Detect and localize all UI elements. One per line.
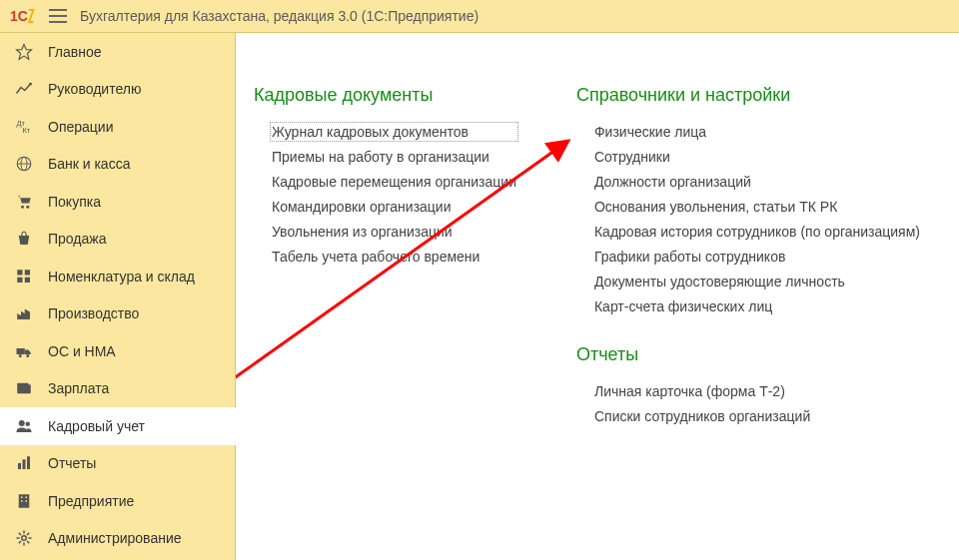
link-hr-history[interactable]: Кадровая история сотрудников (по организ… xyxy=(594,224,920,240)
sidebar-item-salary[interactable]: Зарплата xyxy=(0,370,235,408)
main-area: Главное Руководителю ДтКт Операции Банк … xyxy=(0,33,959,560)
sidebar-item-operations[interactable]: ДтКт Операции xyxy=(0,108,235,146)
link-schedules[interactable]: Графики работы сотрудников xyxy=(594,249,920,265)
svg-point-13 xyxy=(26,206,29,209)
col-hr-docs: Кадровые документы Журнал кадровых докум… xyxy=(254,85,516,424)
app-title: Бухгалтерия для Казахстана, редакция 3.0… xyxy=(80,8,479,24)
sidebar-item-bank[interactable]: Банк и касса xyxy=(0,146,235,184)
sidebar: Главное Руководителю ДтКт Операции Банк … xyxy=(0,33,236,560)
svg-rect-26 xyxy=(23,460,26,470)
sidebar-item-label: Покупка xyxy=(48,194,221,210)
globe-icon xyxy=(14,154,34,174)
sidebar-item-main[interactable]: Главное xyxy=(0,33,235,71)
link-positions[interactable]: Должности организаций xyxy=(594,174,920,190)
content-panel: Кадровые документы Журнал кадровых докум… xyxy=(236,33,959,560)
content-columns: Кадровые документы Журнал кадровых докум… xyxy=(254,85,941,424)
sidebar-item-label: Банк и касса xyxy=(48,156,221,172)
sidebar-item-admin[interactable]: Администрирование xyxy=(0,520,235,558)
svg-point-33 xyxy=(22,536,27,541)
bar-chart-icon xyxy=(14,453,34,473)
sidebar-item-label: Номенклатура и склад xyxy=(48,269,221,284)
svg-rect-18 xyxy=(17,348,25,354)
link-dismissal-reasons[interactable]: Основания увольнения, статьи ТК РК xyxy=(594,199,920,215)
link-card-accounts[interactable]: Карт-счета физических лиц xyxy=(594,298,920,314)
sidebar-item-label: Операции xyxy=(48,119,221,135)
factory-icon xyxy=(14,303,34,323)
link-individuals[interactable]: Физические лица xyxy=(594,124,920,140)
svg-rect-15 xyxy=(25,270,30,275)
sidebar-item-label: Предприятие xyxy=(48,493,221,509)
sidebar-item-label: ОС и НМА xyxy=(48,343,221,359)
sidebar-item-hr[interactable]: Кадровый учет xyxy=(0,407,236,445)
col-references: Справочники и настройки Физические лица … xyxy=(576,85,920,424)
svg-text:Кт: Кт xyxy=(23,126,31,135)
wallet-icon xyxy=(14,378,34,398)
sidebar-item-label: Продажа xyxy=(48,231,221,247)
link-dismissals[interactable]: Увольнения из организаций xyxy=(272,224,516,240)
svg-marker-5 xyxy=(17,44,32,59)
links-reports: Личная карточка (форма Т-2) Списки сотру… xyxy=(576,383,920,424)
link-trips[interactable]: Командировки организации xyxy=(272,199,516,215)
titlebar: 1 С Бухгалтерия для Казахстана, редакция… xyxy=(0,0,959,33)
star-icon xyxy=(14,42,34,62)
link-personal-card[interactable]: Личная карточка (форма Т-2) xyxy=(594,383,920,399)
link-employees[interactable]: Сотрудники xyxy=(594,149,920,165)
section-title-hr-docs[interactable]: Кадровые документы xyxy=(254,85,516,106)
sidebar-item-label: Зарплата xyxy=(48,380,221,396)
bag-icon xyxy=(14,229,34,249)
svg-rect-28 xyxy=(19,494,30,508)
links-hr-docs: Журнал кадровых документов Приемы на раб… xyxy=(254,124,516,265)
sidebar-item-production[interactable]: Производство xyxy=(0,295,235,333)
svg-rect-30 xyxy=(26,496,28,498)
sidebar-item-nomenclature[interactable]: Номенклатура и склад xyxy=(0,258,235,295)
building-icon xyxy=(14,491,34,511)
svg-rect-27 xyxy=(27,457,30,470)
sidebar-item-label: Руководителю xyxy=(48,81,221,97)
svg-rect-31 xyxy=(21,500,23,502)
link-id-docs[interactable]: Документы удостоверяющие личность xyxy=(594,274,920,289)
gear-icon xyxy=(14,528,34,548)
chart-line-icon xyxy=(14,79,34,99)
svg-text:С: С xyxy=(18,8,28,24)
sidebar-item-enterprise[interactable]: Предприятие xyxy=(0,482,235,520)
cart-icon xyxy=(14,192,34,212)
sidebar-item-label: Производство xyxy=(48,305,221,321)
svg-point-20 xyxy=(26,354,29,357)
svg-rect-25 xyxy=(18,463,21,469)
links-references: Физические лица Сотрудники Должности орг… xyxy=(576,124,920,314)
sidebar-item-reports[interactable]: Отчеты xyxy=(0,445,235,483)
svg-rect-29 xyxy=(21,496,23,498)
svg-rect-22 xyxy=(17,383,28,386)
svg-point-23 xyxy=(19,420,25,426)
sidebar-item-assets[interactable]: ОС и НМА xyxy=(0,332,235,370)
svg-rect-16 xyxy=(17,278,22,282)
sidebar-item-label: Главное xyxy=(48,44,221,60)
sidebar-item-purchase[interactable]: Покупка xyxy=(0,183,235,221)
sidebar-item-label: Кадровый учет xyxy=(48,418,222,434)
boxes-icon xyxy=(14,267,34,286)
svg-rect-14 xyxy=(17,270,22,275)
sidebar-item-manager[interactable]: Руководителю xyxy=(0,71,235,109)
link-timesheet[interactable]: Табель учета рабочего времени xyxy=(272,249,516,265)
hamburger-menu-icon[interactable] xyxy=(48,6,68,26)
app-logo-icon: 1 С xyxy=(10,6,36,26)
sidebar-item-label: Отчеты xyxy=(48,455,221,471)
svg-point-24 xyxy=(26,421,31,426)
section-title-references[interactable]: Справочники и настройки xyxy=(576,85,920,106)
link-transfers[interactable]: Кадровые перемещения организации xyxy=(272,174,516,190)
svg-text:1: 1 xyxy=(10,8,18,24)
sidebar-item-label: Администрирование xyxy=(48,530,221,546)
section-title-reports[interactable]: Отчеты xyxy=(576,344,920,365)
col-reports: Отчеты Личная карточка (форма Т-2) Списк… xyxy=(576,344,920,424)
sidebar-item-sale[interactable]: Продажа xyxy=(0,221,235,259)
link-hr-journal[interactable]: Журнал кадровых документов xyxy=(272,124,516,140)
link-employee-lists[interactable]: Списки сотрудников организаций xyxy=(594,408,920,424)
svg-rect-32 xyxy=(26,500,28,502)
operations-icon: ДтКт xyxy=(14,117,34,137)
svg-rect-17 xyxy=(25,278,30,282)
svg-point-19 xyxy=(19,354,22,357)
svg-point-12 xyxy=(21,206,24,209)
link-hiring[interactable]: Приемы на работу в организации xyxy=(272,149,516,165)
people-icon xyxy=(14,416,34,436)
truck-icon xyxy=(14,341,34,361)
